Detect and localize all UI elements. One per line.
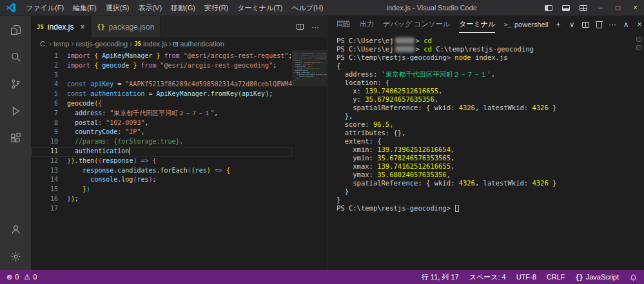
- close-panel-button[interactable]: ×: [634, 18, 644, 31]
- terminal-command-decorations: [636, 37, 641, 50]
- js-file-icon: JS: [37, 24, 44, 30]
- editor-more-actions-button[interactable]: ···: [309, 21, 322, 33]
- panel-tab-出力[interactable]: 出力: [360, 16, 374, 33]
- code-text: }).then((response) => {: [58, 156, 292, 166]
- run-and-debug-icon[interactable]: [0, 97, 31, 124]
- code-lines: 1import { ApiKeyManager } from "@esri/ar…: [31, 52, 292, 214]
- terminal-line: PS C:\Users\ej> cd C:\temp\restjs-geocod…: [337, 45, 632, 53]
- account-icon[interactable]: [0, 216, 31, 243]
- toggle-panel-button[interactable]: [557, 0, 574, 15]
- workbench: JSindex.js×{}package.json ··· C:›temp›re…: [0, 16, 644, 270]
- problems-status[interactable]: ⊗ 0 ⚠ 0: [0, 273, 37, 281]
- code-text: address: "東京都千代田区平河町２－７－１",: [58, 109, 292, 118]
- menu-item[interactable]: ヘルプ(H): [287, 0, 327, 15]
- code-line[interactable]: 13 response.candidates.forEach((res) => …: [31, 166, 292, 176]
- terminal-line: },: [337, 112, 632, 120]
- split-editor-button[interactable]: [293, 21, 306, 33]
- code-line[interactable]: 15 }): [31, 185, 292, 194]
- terminal-line: xmin: 139.73962512616654,: [337, 146, 632, 154]
- title-bar: ファイル(F)編集(E)選択(S)表示(V)移動(G)実行(R)ターミナル(T)…: [0, 0, 644, 16]
- terminal-profile-button[interactable]: >_powershell: [504, 21, 548, 28]
- code-line[interactable]: 16});: [31, 194, 292, 204]
- kill-terminal-button[interactable]: [593, 18, 605, 31]
- explorer-icon[interactable]: [0, 16, 31, 43]
- extensions-icon[interactable]: [0, 124, 31, 151]
- terminal-command-decoration[interactable]: [636, 37, 641, 42]
- breadcrumb-item[interactable]: C:: [40, 40, 47, 48]
- close-window-button[interactable]: ×: [627, 0, 644, 15]
- restore-icon: □: [616, 3, 620, 12]
- tab-package.json[interactable]: {}package.json: [92, 16, 161, 37]
- code-line[interactable]: 1import { ApiKeyManager } from "@esri/ar…: [31, 52, 292, 61]
- minimap[interactable]: import { ApiKeyManager } from "@esri/arc…: [292, 50, 327, 270]
- code-line[interactable]: 9 countryCode: "JP",: [31, 128, 292, 137]
- minimize-button[interactable]: –: [592, 0, 609, 15]
- terminal-prompt-icon: >_: [504, 21, 511, 28]
- code-line[interactable]: 2import { geocode } from "@esri/arcgis-r…: [31, 61, 292, 71]
- line-number: 2: [31, 61, 58, 71]
- split-terminal-button[interactable]: [580, 18, 592, 31]
- status-item-UTF-8[interactable]: UTF-8: [511, 270, 542, 284]
- code-editor[interactable]: 1import { ApiKeyManager } from "@esri/ar…: [31, 50, 327, 270]
- status-item-スペース: 4[interactable]: スペース: 4: [464, 270, 511, 284]
- code-line[interactable]: 17: [31, 204, 292, 214]
- code-line[interactable]: 6geocode({: [31, 99, 292, 109]
- menu-item[interactable]: 実行(R): [200, 0, 233, 15]
- breadcrumb-item[interactable]: authentication: [173, 40, 224, 48]
- code-text: import { geocode } from "@esri/arcgis-re…: [58, 61, 292, 71]
- menu-item[interactable]: 移動(G): [166, 0, 200, 15]
- status-item-JavaScript[interactable]: {}JavaScript: [571, 270, 624, 284]
- maximize-panel-button[interactable]: ∧: [620, 18, 632, 31]
- menu-item[interactable]: 編集(E): [68, 0, 101, 15]
- restore-button[interactable]: □: [609, 0, 627, 15]
- line-number: 16: [31, 194, 58, 204]
- status-item-CRLF[interactable]: CRLF: [542, 270, 571, 284]
- terminal-line: PS C:\Users\ej> cd: [337, 37, 632, 45]
- code-line[interactable]: 7 address: "東京都千代田区平河町２－７－１",: [31, 109, 292, 118]
- code-line[interactable]: 4const apiKey = "AAPKf5213f86289c4d59850…: [31, 80, 292, 90]
- code-text: import { ApiKeyManager } from "@esri/arc…: [58, 52, 292, 61]
- terminal-line: address: '東京都千代田区平河町２－７－１',: [337, 70, 632, 79]
- tab-label: package.json: [109, 23, 155, 32]
- code-line[interactable]: 5const authentication = ApiKeyManager.fr…: [31, 90, 292, 99]
- panel-tab-問題[interactable]: 問題: [337, 16, 351, 33]
- editor-group: JSindex.js×{}package.json ··· C:›temp›re…: [31, 16, 327, 270]
- search-icon[interactable]: [0, 43, 31, 70]
- toggle-primary-sidebar-button[interactable]: [540, 0, 557, 15]
- code-text: geocode({: [58, 99, 292, 109]
- terminal-command-decoration[interactable]: [636, 45, 641, 50]
- new-terminal-button[interactable]: +: [552, 18, 565, 31]
- status-item-行 11, 列 17[interactable]: 行 11, 列 17: [416, 270, 464, 284]
- menu-item[interactable]: 選択(S): [101, 0, 134, 15]
- terminal-view[interactable]: PS C:\Users\ej> cdPS C:\Users\ej> cd C:\…: [327, 33, 644, 270]
- menu-item[interactable]: ターミナル(T): [233, 0, 287, 15]
- code-line[interactable]: 12}).then((response) => {: [31, 156, 292, 166]
- terminal-line: ymax: 35.68024657635356,: [337, 171, 632, 179]
- line-number: 4: [31, 80, 58, 90]
- breadcrumb-item[interactable]: JSindex.js: [134, 40, 167, 48]
- source-control-icon[interactable]: [0, 70, 31, 97]
- notifications-bell-icon[interactable]: [624, 270, 644, 284]
- customize-layout-button[interactable]: [574, 0, 592, 15]
- code-line[interactable]: 8 postal: "102-0093",: [31, 118, 292, 128]
- breadcrumb-item[interactable]: temp: [54, 40, 69, 48]
- activity-bar: [0, 16, 31, 270]
- terminal-more-actions-button[interactable]: ···: [607, 18, 619, 31]
- panel-tab-デバッグ コンソール[interactable]: デバッグ コンソール: [383, 16, 450, 33]
- menu-item[interactable]: ファイル(F): [21, 0, 68, 15]
- tab-index.js[interactable]: JSindex.js×: [31, 16, 92, 37]
- code-line[interactable]: 3: [31, 71, 292, 80]
- code-text: postal: "102-0093",: [58, 118, 292, 128]
- menu-item[interactable]: 表示(V): [133, 0, 166, 15]
- kill-terminal-icon: [596, 23, 602, 28]
- launch-profile-dropdown[interactable]: ∨: [566, 18, 578, 31]
- panel-tab-ターミナル[interactable]: ターミナル: [459, 16, 495, 33]
- breadcrumb-item[interactable]: restjs-geocoding: [75, 40, 128, 48]
- code-line[interactable]: 10 //params: {forStorage:true},: [31, 137, 292, 147]
- launch-profile-dropdown-icon: ∨: [569, 20, 575, 29]
- code-line[interactable]: 14 console.log(res);: [31, 175, 292, 185]
- line-number: 7: [31, 109, 58, 118]
- close-icon[interactable]: ×: [81, 23, 85, 32]
- settings-gear-icon[interactable]: [0, 243, 31, 270]
- code-line[interactable]: 11 authentication: [31, 147, 292, 156]
